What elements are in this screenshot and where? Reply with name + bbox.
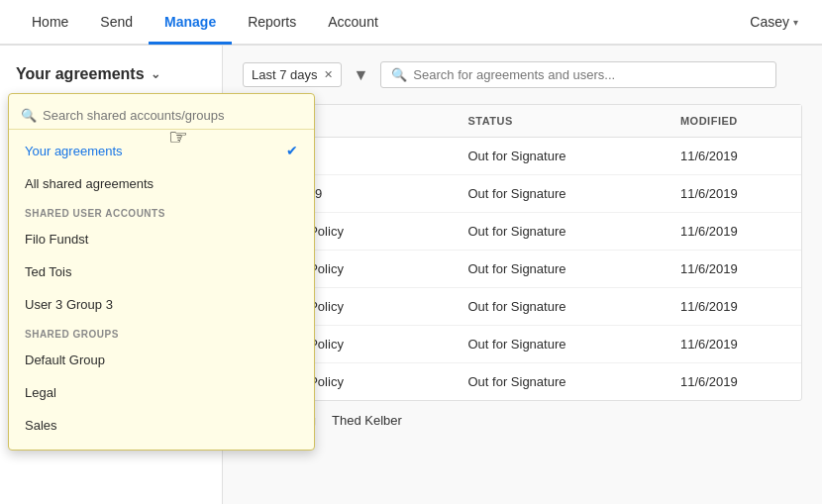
shared-accounts-section-label: SHARED USER ACCOUNTS bbox=[9, 200, 314, 223]
filter-tag-close-icon[interactable]: ✕ bbox=[324, 68, 333, 81]
sales-label: Sales bbox=[25, 418, 57, 433]
your-agreements-label: Your agreements bbox=[25, 144, 123, 158]
agreements-dropdown: 🔍 Your agreements ✔ All shared agreement… bbox=[8, 93, 315, 451]
dropdown-your-agreements[interactable]: Your agreements ✔ bbox=[9, 134, 314, 167]
table-row[interactable]: Expense Policy Out for Signature 11/6/20… bbox=[244, 251, 801, 288]
legal-label: Legal bbox=[25, 385, 56, 400]
cell-status: Out for Signature bbox=[456, 138, 668, 175]
dropdown-search-container: 🔍 bbox=[9, 102, 314, 130]
nav-right: Casey ▾ bbox=[742, 10, 806, 34]
table-row[interactable]: Expense Policy Out for Signature 11/6/20… bbox=[244, 363, 801, 401]
dropdown-filo-fundst[interactable]: Filo Fundst bbox=[9, 223, 314, 255]
main-area: Your agreements ⌄ 🔍 Your agreements ✔ Al… bbox=[0, 46, 822, 504]
search-input[interactable] bbox=[413, 67, 766, 82]
filter-tag[interactable]: Last 7 days ✕ bbox=[243, 62, 342, 87]
nav-account[interactable]: Account bbox=[312, 2, 394, 45]
cell-modified: 11/6/2019 bbox=[668, 288, 801, 326]
search-bar-icon: 🔍 bbox=[391, 67, 407, 82]
cell-modified: 11/6/2019 bbox=[668, 213, 801, 251]
cell-modified: 11/6/2019 bbox=[668, 251, 801, 288]
user-menu-button[interactable]: Casey ▾ bbox=[742, 10, 806, 34]
table-row[interactable]: Expense Policy Out for Signature 11/6/20… bbox=[244, 213, 801, 251]
content-header: Last 7 days ✕ ▼ 🔍 bbox=[243, 61, 802, 88]
col-header-modified: MODIFIED bbox=[668, 105, 801, 138]
agreements-dropdown-label: Your agreements bbox=[16, 65, 145, 83]
filo-fundst-label: Filo Fundst bbox=[25, 232, 88, 247]
nav-reports[interactable]: Reports bbox=[232, 2, 312, 45]
cell-status: Out for Signature bbox=[456, 213, 668, 251]
dropdown-all-shared[interactable]: All shared agreements bbox=[9, 167, 314, 200]
cell-status: Out for Signature bbox=[456, 363, 668, 401]
cell-modified: 11/6/2019 bbox=[668, 138, 801, 175]
agreements-table-container: TITLE STATUS MODIFIED Logged in Out for … bbox=[243, 104, 802, 401]
dropdown-ted-tois[interactable]: Ted Tois bbox=[9, 255, 314, 288]
table-row[interactable]: NDA - 2019 Out for Signature 11/6/2019 bbox=[244, 175, 801, 213]
col-header-status: STATUS bbox=[456, 105, 668, 138]
checkmark-icon: ✔ bbox=[286, 143, 298, 158]
user-chevron-icon: ▾ bbox=[793, 17, 798, 28]
table-row[interactable]: Logged in Out for Signature 11/6/2019 bbox=[244, 138, 801, 175]
dropdown-default-group[interactable]: Default Group bbox=[9, 344, 314, 376]
cell-status: Out for Signature bbox=[456, 251, 668, 288]
cell-status: Out for Signature bbox=[456, 175, 668, 213]
cell-modified: 11/6/2019 bbox=[668, 363, 801, 401]
dropdown-chevron-icon: ⌄ bbox=[151, 67, 160, 81]
dropdown-user3-group3[interactable]: User 3 Group 3 bbox=[9, 288, 314, 321]
agreements-dropdown-button[interactable]: Your agreements ⌄ bbox=[0, 57, 222, 95]
search-bar: 🔍 bbox=[380, 61, 776, 88]
top-nav: Home Send Manage Reports Account Casey ▾ bbox=[0, 0, 822, 46]
user-name: Casey bbox=[750, 14, 789, 30]
filter-tag-label: Last 7 days bbox=[252, 67, 318, 82]
nav-home[interactable]: Home bbox=[16, 2, 84, 45]
default-group-label: Default Group bbox=[25, 353, 105, 367]
nav-manage[interactable]: Manage bbox=[149, 2, 232, 45]
agreements-table: TITLE STATUS MODIFIED Logged in Out for … bbox=[244, 105, 801, 400]
cell-modified: 11/6/2019 bbox=[668, 175, 801, 213]
filter-icon[interactable]: ▼ bbox=[350, 62, 373, 88]
dropdown-legal[interactable]: Legal bbox=[9, 376, 314, 409]
user3-group3-label: User 3 Group 3 bbox=[25, 297, 113, 312]
cell-status: Out for Signature bbox=[456, 326, 668, 363]
sidebar: Your agreements ⌄ 🔍 Your agreements ✔ Al… bbox=[0, 46, 223, 504]
table-row[interactable]: Expense Policy Out for Signature 11/6/20… bbox=[244, 288, 801, 326]
thed-kelber-label: Thed Kelber bbox=[332, 413, 402, 428]
ted-tois-label: Ted Tois bbox=[25, 264, 71, 279]
dropdown-sales[interactable]: Sales bbox=[9, 409, 314, 442]
dropdown-search-icon: 🔍 bbox=[21, 108, 37, 123]
shared-groups-section-label: SHARED GROUPS bbox=[9, 321, 314, 344]
dropdown-search-input[interactable] bbox=[43, 108, 302, 123]
all-shared-label: All shared agreements bbox=[25, 176, 154, 191]
nav-items: Home Send Manage Reports Account bbox=[16, 2, 742, 43]
cell-status: Out for Signature bbox=[456, 288, 668, 326]
nav-send[interactable]: Send bbox=[84, 2, 149, 45]
table-row[interactable]: Expense Policy Out for Signature 11/6/20… bbox=[244, 326, 801, 363]
cell-modified: 11/6/2019 bbox=[668, 326, 801, 363]
